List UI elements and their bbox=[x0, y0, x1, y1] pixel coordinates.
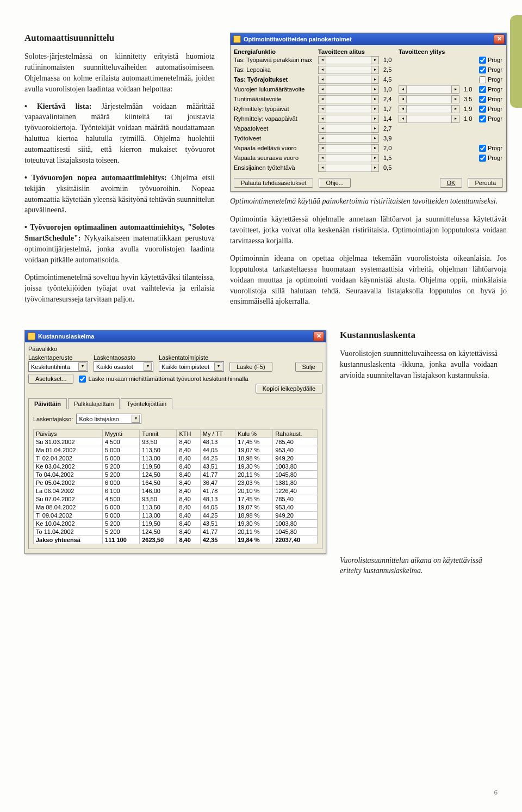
progr-checkbox[interactable] bbox=[479, 145, 486, 152]
progr-checkbox[interactable] bbox=[479, 66, 486, 73]
arrow-right-icon[interactable]: ▸ bbox=[371, 144, 379, 152]
slider-track[interactable] bbox=[326, 85, 371, 94]
slider-track[interactable] bbox=[326, 154, 371, 162]
value-slider[interactable]: ◂▸ bbox=[318, 154, 379, 162]
arrow-right-icon[interactable]: ▸ bbox=[451, 85, 459, 94]
calc-dept-combo[interactable]: Kaikki osastot ▾ bbox=[94, 361, 153, 372]
include-unmanned-checkbox[interactable] bbox=[79, 376, 86, 383]
slider-track[interactable] bbox=[407, 115, 451, 123]
arrow-right-icon[interactable]: ▸ bbox=[371, 125, 379, 133]
arrow-left-icon[interactable]: ◂ bbox=[318, 76, 326, 84]
arrow-right-icon[interactable]: ▸ bbox=[451, 95, 459, 103]
main-menu-label[interactable]: Päävalikko bbox=[28, 345, 322, 354]
opt-titlebar[interactable]: Optimointitavoitteiden painokertoimet ✕ bbox=[231, 33, 506, 45]
slider-track[interactable] bbox=[326, 56, 371, 64]
slider-track[interactable] bbox=[326, 95, 371, 103]
settings-button[interactable]: Asetukset... bbox=[28, 374, 73, 384]
value-slider[interactable]: ◂▸ bbox=[318, 144, 379, 152]
close-icon[interactable]: ✕ bbox=[494, 34, 505, 44]
arrow-left-icon[interactable]: ◂ bbox=[318, 154, 326, 162]
progr-checkbox[interactable] bbox=[479, 86, 486, 93]
progr-checkbox[interactable] bbox=[479, 96, 486, 103]
table-cell: 41,77 bbox=[200, 471, 235, 479]
ok-button[interactable]: OK bbox=[440, 178, 463, 188]
value-slider[interactable]: ◂▸ bbox=[399, 115, 459, 123]
arrow-left-icon[interactable]: ◂ bbox=[318, 105, 326, 113]
slider-track[interactable] bbox=[326, 66, 371, 74]
slider-track[interactable] bbox=[326, 134, 371, 143]
cancel-button[interactable]: Peruuta bbox=[468, 178, 503, 188]
chevron-down-icon[interactable]: ▾ bbox=[132, 415, 140, 423]
arrow-right-icon[interactable]: ▸ bbox=[451, 115, 459, 123]
arrow-left-icon[interactable]: ◂ bbox=[318, 125, 326, 133]
slider-track[interactable] bbox=[407, 105, 451, 113]
slider-track[interactable] bbox=[326, 115, 371, 123]
slider-track[interactable] bbox=[326, 76, 371, 84]
value-slider[interactable]: ◂▸ bbox=[318, 85, 379, 94]
arrow-right-icon[interactable]: ▸ bbox=[371, 95, 379, 103]
arrow-right-icon[interactable]: ▸ bbox=[371, 164, 379, 172]
arrow-right-icon[interactable]: ▸ bbox=[371, 154, 379, 162]
value-slider[interactable]: ◂▸ bbox=[399, 85, 459, 94]
value-slider[interactable]: ◂▸ bbox=[318, 115, 379, 123]
table-cell: 20,11 % bbox=[235, 528, 273, 536]
arrow-left-icon[interactable]: ◂ bbox=[318, 115, 326, 123]
arrow-right-icon[interactable]: ▸ bbox=[371, 115, 379, 123]
arrow-left-icon[interactable]: ◂ bbox=[318, 85, 326, 94]
cost-titlebar[interactable]: Kustannuslaskelma ✕ bbox=[25, 330, 326, 342]
value-slider[interactable]: ◂▸ bbox=[318, 95, 379, 103]
value-slider[interactable]: ◂▸ bbox=[318, 76, 379, 84]
progr-checkbox[interactable] bbox=[479, 115, 486, 122]
arrow-left-icon[interactable]: ◂ bbox=[318, 134, 326, 143]
slider-track[interactable] bbox=[326, 125, 371, 133]
value-slider[interactable]: ◂▸ bbox=[318, 56, 379, 64]
progr-checkbox[interactable] bbox=[479, 57, 486, 64]
arrow-right-icon[interactable]: ▸ bbox=[371, 85, 379, 94]
arrow-right-icon[interactable]: ▸ bbox=[451, 105, 459, 113]
calc-period-combo[interactable]: Koko listajakso ▾ bbox=[76, 414, 141, 424]
calc-basis-combo[interactable]: Keskituntihinta ▾ bbox=[28, 361, 88, 372]
tab-daily[interactable]: Päivittäin bbox=[28, 398, 67, 409]
value-slider[interactable]: ◂▸ bbox=[318, 125, 379, 133]
arrow-right-icon[interactable]: ▸ bbox=[371, 66, 379, 74]
arrow-right-icon[interactable]: ▸ bbox=[371, 105, 379, 113]
progr-checkbox[interactable] bbox=[479, 155, 486, 162]
help-button[interactable]: Ohje... bbox=[319, 178, 350, 188]
slider-track[interactable] bbox=[407, 85, 451, 94]
arrow-right-icon[interactable]: ▸ bbox=[371, 76, 379, 84]
chevron-down-icon[interactable]: ▾ bbox=[144, 362, 152, 371]
copy-clipboard-button[interactable]: Kopioi leikepöydälle bbox=[256, 384, 322, 393]
value-slider[interactable]: ◂▸ bbox=[318, 164, 379, 172]
slider-track[interactable] bbox=[326, 105, 371, 113]
tab-employees[interactable]: Työntekijöittäin bbox=[121, 398, 172, 409]
arrow-left-icon[interactable]: ◂ bbox=[318, 144, 326, 152]
arrow-right-icon[interactable]: ▸ bbox=[371, 134, 379, 143]
chevron-down-icon[interactable]: ▾ bbox=[78, 362, 86, 371]
arrow-left-icon[interactable]: ◂ bbox=[399, 105, 407, 113]
progr-checkbox[interactable] bbox=[479, 76, 486, 83]
close-button[interactable]: Sulje bbox=[295, 362, 322, 372]
value-slider[interactable]: ◂▸ bbox=[399, 105, 459, 113]
value-slider[interactable]: ◂▸ bbox=[318, 66, 379, 74]
calc-office-combo[interactable]: Kaikki toimipisteet ▾ bbox=[159, 361, 224, 372]
arrow-right-icon[interactable]: ▸ bbox=[371, 56, 379, 64]
tab-paytypes[interactable]: Palkkalajeittain bbox=[68, 398, 120, 409]
slider-track[interactable] bbox=[326, 164, 371, 172]
arrow-left-icon[interactable]: ◂ bbox=[318, 95, 326, 103]
progr-checkbox[interactable] bbox=[479, 106, 486, 113]
value-slider[interactable]: ◂▸ bbox=[399, 95, 459, 103]
chevron-down-icon[interactable]: ▾ bbox=[214, 362, 222, 371]
value-slider[interactable]: ◂▸ bbox=[318, 105, 379, 113]
calculate-button[interactable]: Laske (F5) bbox=[229, 362, 272, 372]
value-slider[interactable]: ◂▸ bbox=[318, 134, 379, 143]
arrow-left-icon[interactable]: ◂ bbox=[399, 95, 407, 103]
arrow-left-icon[interactable]: ◂ bbox=[318, 164, 326, 172]
arrow-left-icon[interactable]: ◂ bbox=[399, 115, 407, 123]
arrow-left-icon[interactable]: ◂ bbox=[399, 85, 407, 94]
close-icon[interactable]: ✕ bbox=[313, 331, 324, 341]
arrow-left-icon[interactable]: ◂ bbox=[318, 56, 326, 64]
slider-track[interactable] bbox=[326, 144, 371, 152]
arrow-left-icon[interactable]: ◂ bbox=[318, 66, 326, 74]
slider-track[interactable] bbox=[407, 95, 451, 103]
reset-defaults-button[interactable]: Palauta tehdasasetukset bbox=[234, 178, 313, 188]
